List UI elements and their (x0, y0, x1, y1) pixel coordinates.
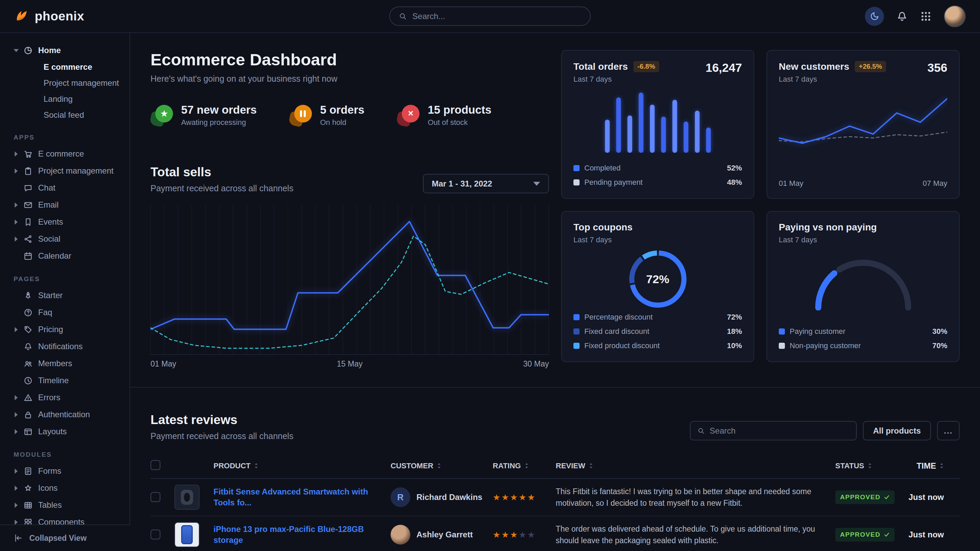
sidebar-item-timeline[interactable]: Timeline (0, 372, 129, 389)
total-orders-card: Total orders -6.8% Last 7 days 16,247 Co… (561, 50, 754, 199)
sidebar-item-pricing[interactable]: Pricing (0, 321, 129, 338)
total-orders-value: 16,247 (706, 61, 742, 75)
check-icon (884, 532, 890, 538)
customer-avatar: R (391, 487, 410, 507)
table-icon (24, 501, 33, 510)
tag-icon (24, 325, 33, 334)
forms-icon (24, 467, 33, 476)
layout-icon (24, 427, 33, 436)
column-time[interactable]: TIME (908, 461, 959, 471)
date-range-select[interactable]: Mar 1 - 31, 2022 (423, 174, 549, 193)
all-products-button[interactable]: All products (863, 421, 931, 440)
global-search[interactable] (389, 6, 591, 26)
moon-icon (870, 11, 879, 21)
stat-out-of-stock: × 15 products Out of stock (397, 103, 492, 127)
sidebar-item-social[interactable]: Social (0, 230, 129, 248)
sidebar-item-chat[interactable]: Chat (0, 179, 129, 196)
main-content: Ecommerce Dashboard Here's what's going … (130, 0, 980, 551)
sidebar-item-starter[interactable]: Starter (0, 287, 129, 304)
sidebar-item-errors[interactable]: Errors (0, 389, 129, 406)
paying-vs-non-paying-card: Paying vs non paying Last 7 days Paying … (767, 211, 959, 362)
donut-center-value: 72% (626, 251, 690, 308)
column-customer[interactable]: CUSTOMER (391, 462, 493, 470)
chat-icon (24, 183, 33, 193)
smartwatch-image (181, 490, 193, 505)
sidebar-item-tables[interactable]: Tables (0, 497, 129, 514)
bookmark-icon (24, 218, 33, 227)
rating-stars: ★★★★★ (493, 530, 556, 540)
column-rating[interactable]: RATING (493, 462, 556, 470)
latest-reviews-title: Latest reviews (151, 413, 294, 427)
sidebar-item-project-management-app[interactable]: Project management (0, 162, 129, 179)
delta-badge: -6.8% (633, 61, 659, 72)
apps-grid-icon[interactable] (920, 11, 932, 22)
column-status[interactable]: STATUS (835, 462, 908, 470)
product-link[interactable]: iPhone 13 pro max-Pacific Blue-128GB sto… (213, 524, 364, 545)
table-row: Fitbit Sense Advanced Smartwatch with To… (151, 479, 959, 516)
chevron-right-icon (14, 237, 19, 241)
theme-toggle[interactable] (865, 7, 884, 26)
chevron-right-icon (14, 486, 19, 491)
sidebar-item-events[interactable]: Events (0, 213, 129, 230)
column-review[interactable]: REVIEW (556, 462, 835, 470)
chevron-right-icon (14, 395, 19, 400)
collapsed-view-toggle[interactable]: Collapsed View (0, 524, 130, 551)
star-icon: ★ (155, 105, 173, 122)
customer-cell: Ashley Garrett (391, 525, 493, 545)
bell-icon[interactable] (896, 11, 908, 22)
product-link[interactable]: Fitbit Sense Advanced Smartwatch with To… (213, 487, 368, 507)
chevron-right-icon (14, 151, 19, 157)
sidebar-item-members[interactable]: Members (0, 355, 129, 372)
users-icon (24, 359, 33, 368)
search-input[interactable] (412, 11, 581, 21)
sidebar-item-email[interactable]: Email (0, 196, 129, 213)
customer-cell: R Richard Dawkins (391, 487, 493, 507)
user-avatar[interactable] (944, 5, 966, 27)
select-all-checkbox[interactable] (151, 460, 161, 470)
row-checkbox[interactable] (151, 530, 161, 540)
x-icon: × (402, 105, 420, 122)
latest-reviews-section: Latest reviews Payment received across a… (130, 387, 980, 551)
sidebar-item-social-feed[interactable]: Social feed (0, 107, 129, 123)
sidebar-item-authentication[interactable]: Authentication (0, 406, 129, 423)
review-text: The order was delivered ahead of schedul… (556, 523, 835, 546)
brand[interactable]: phoenix (14, 9, 84, 24)
sidebar-item-landing[interactable]: Landing (0, 91, 129, 107)
section-label-pages: PAGES (14, 275, 129, 283)
sidebar-item-icons[interactable]: Icons (0, 480, 129, 497)
sidebar-item-home[interactable]: Home (0, 42, 129, 59)
new-customers-chart (779, 92, 947, 162)
reviews-search-input[interactable] (710, 426, 849, 436)
kpi-cards: Total orders -6.8% Last 7 days 16,247 Co… (561, 50, 959, 368)
sidebar-item-layouts[interactable]: Layouts (0, 423, 129, 440)
order-stats: ★ 57 new orders Awating processing 5 ord… (151, 103, 549, 127)
sidebar-item-label: Home (38, 46, 61, 55)
phoenix-logo (14, 9, 29, 24)
sidebar-item-faq[interactable]: Faq (0, 304, 129, 321)
chevron-right-icon (14, 219, 19, 225)
sidebar-item-calendar[interactable]: Calendar (0, 248, 129, 264)
sidebar-item-ecommerce-app[interactable]: E commerce (0, 145, 129, 162)
sidebar-item-ecommerce[interactable]: E commerce (0, 59, 129, 75)
row-checkbox[interactable] (151, 492, 161, 502)
calendar-icon (24, 251, 33, 261)
column-product[interactable]: PRODUCT (213, 462, 391, 470)
rocket-icon (24, 291, 33, 300)
chevron-right-icon (14, 168, 19, 173)
sidebar-item-forms[interactable]: Forms (0, 462, 129, 480)
cart-icon (24, 149, 33, 159)
star-icon (24, 484, 33, 493)
total-orders-chart (602, 90, 714, 153)
reviews-search[interactable] (690, 421, 857, 440)
sidebar-item-notifications[interactable]: Notifications (0, 338, 129, 355)
new-customers-card: New customers +26.5% Last 7 days 356 01 … (767, 50, 959, 199)
sort-icon (254, 463, 258, 468)
paying-gauge-chart (812, 252, 914, 310)
more-options-button[interactable]: ... (937, 421, 959, 440)
sort-icon (589, 463, 593, 468)
top-navbar: phoenix (0, 0, 980, 33)
sidebar-item-project-management[interactable]: Project management (0, 75, 129, 91)
delta-badge: +26.5% (855, 61, 886, 72)
status-badge: APPROVED (835, 528, 894, 541)
stat-new-orders: ★ 57 new orders Awating processing (151, 103, 257, 127)
